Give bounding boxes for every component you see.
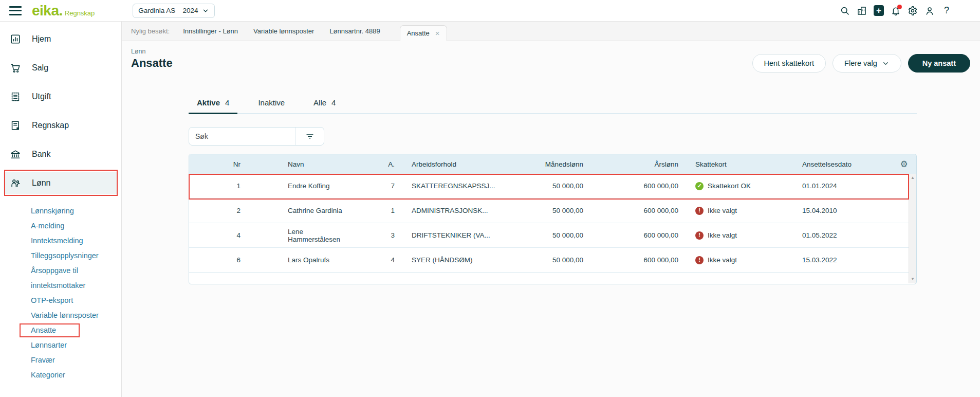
scroll-up-icon[interactable]: ▲ bbox=[911, 176, 915, 180]
cell-arslonn: 600 000,00 bbox=[583, 256, 678, 264]
tab-aktive[interactable]: Aktive 4 bbox=[189, 98, 237, 114]
topbar-icons: + ? bbox=[840, 6, 952, 16]
recent-item-variable-lonnsposter[interactable]: Variable lønnsposter bbox=[253, 27, 314, 35]
skattekort-status-missing-icon: ! bbox=[695, 256, 704, 264]
cell-manedslonn: 50 000,00 bbox=[518, 256, 583, 264]
sidebar-item-salg[interactable]: Salg bbox=[4, 57, 118, 79]
bell-icon[interactable] bbox=[891, 6, 901, 16]
bank-icon bbox=[9, 148, 22, 160]
recent-item-innstillinger-lonn[interactable]: Innstillinger - Lønn bbox=[183, 27, 238, 35]
skattekort-status-label: Ikke valgt bbox=[708, 256, 737, 264]
people-icon bbox=[9, 177, 22, 189]
table-row[interactable]: 1 Endre Koffing 7 SKATTEREGNSKAPSSJ... 5… bbox=[189, 174, 909, 199]
cell-navn: Endre Koffing bbox=[241, 182, 343, 190]
sidebar-item-hjem[interactable]: Hjem bbox=[4, 28, 118, 50]
recent-item-lonnsartnr[interactable]: Lønnsartnr. 4889 bbox=[329, 27, 380, 35]
page-header: Lønn Ansatte Hent skattekort Flere valg … bbox=[122, 41, 980, 73]
sidebar-subitem-arsoppgave[interactable]: Årsoppgave til inntektsmottaker bbox=[0, 263, 121, 293]
help-icon[interactable]: ? bbox=[941, 6, 952, 16]
cell-ansettelsesdato: 15.03.2022 bbox=[789, 256, 892, 264]
tab-label: Aktive bbox=[197, 98, 220, 107]
active-tab-label: Ansatte bbox=[407, 29, 430, 37]
sidebar-subitem-variable-lonnsposter[interactable]: Variable lønnsposter bbox=[0, 308, 121, 323]
tab-alle[interactable]: Alle 4 bbox=[305, 98, 344, 114]
sidebar-subitem-ansatte[interactable]: Ansatte bbox=[0, 323, 121, 338]
brand-suffix: Regnskap bbox=[65, 9, 95, 17]
col-header-arslonn[interactable]: Årslønn bbox=[583, 160, 678, 168]
page-content: Lønn Ansatte Hent skattekort Flere valg … bbox=[122, 41, 980, 397]
table-scrollbar[interactable]: ▲ ▼ bbox=[909, 174, 916, 283]
fiscal-year: 2024 bbox=[182, 7, 198, 14]
col-header-skattekort[interactable]: Skattekort bbox=[678, 160, 789, 168]
col-header-nr[interactable]: Nr bbox=[189, 160, 241, 168]
sidebar-item-label: Bank bbox=[32, 150, 50, 159]
sidebar: Hjem Salg Utgift Regnskap Bank Lønn Lønn… bbox=[0, 22, 122, 397]
tab-count: 4 bbox=[225, 98, 229, 107]
col-header-ansettelsesdato[interactable]: Ansettelsesdato bbox=[789, 160, 892, 168]
gear-icon[interactable] bbox=[908, 6, 918, 16]
company-selector[interactable]: Gardinia AS 2024 bbox=[133, 4, 215, 18]
col-header-arbeidsforhold[interactable]: Arbeidsforhold bbox=[395, 160, 518, 168]
recently-visited-label: Nylig besøkt: bbox=[131, 27, 170, 35]
company-name: Gardinia AS bbox=[138, 7, 175, 14]
sidebar-subnav-lonn: Lønnskjøring A-melding Inntektsmelding T… bbox=[0, 204, 121, 383]
ny-ansatt-button[interactable]: Ny ansatt bbox=[908, 54, 970, 73]
search-icon[interactable] bbox=[840, 6, 850, 16]
hent-skattekort-button[interactable]: Hent skattekort bbox=[752, 54, 826, 73]
user-icon[interactable] bbox=[924, 6, 935, 16]
col-header-manedslonn[interactable]: Månedslønn bbox=[518, 160, 583, 168]
sidebar-item-bank[interactable]: Bank bbox=[4, 143, 118, 166]
cell-nr: 1 bbox=[189, 182, 241, 190]
sidebar-subitem-otp-eksport[interactable]: OTP-eksport bbox=[0, 293, 121, 308]
sidebar-item-label: Lønn bbox=[32, 178, 50, 188]
cell-arbeidsforhold: ADMINISTRASJONSK... bbox=[395, 207, 518, 214]
cell-skattekort: ! Ikke valgt bbox=[678, 207, 789, 215]
search-input[interactable] bbox=[189, 128, 295, 145]
cell-skattekort: ! Ikke valgt bbox=[678, 231, 789, 240]
scroll-down-icon[interactable]: ▼ bbox=[911, 277, 915, 281]
flere-valg-button[interactable]: Flere valg bbox=[833, 54, 901, 73]
sidebar-subitem-tilleggsopplysninger[interactable]: Tilleggsopplysninger bbox=[0, 248, 121, 263]
close-icon[interactable]: × bbox=[435, 29, 440, 37]
col-header-a[interactable]: A. bbox=[343, 160, 395, 168]
cell-manedslonn: 50 000,00 bbox=[518, 207, 583, 214]
cell-arbeidsforhold: SYER (HÅNDSØM) bbox=[395, 256, 518, 264]
cell-a: 4 bbox=[343, 256, 395, 264]
buildings-icon[interactable] bbox=[857, 6, 867, 16]
cell-skattekort: ! Ikke valgt bbox=[678, 256, 789, 264]
skattekort-status-ok-icon: ✓ bbox=[695, 182, 704, 190]
add-icon[interactable]: + bbox=[874, 6, 884, 16]
sidebar-subitem-lonnsarter[interactable]: Lønnsarter bbox=[0, 338, 121, 353]
chevron-down-icon bbox=[202, 7, 209, 14]
sidebar-item-regnskap[interactable]: Regnskap bbox=[4, 114, 118, 137]
filter-button[interactable] bbox=[295, 128, 324, 145]
cell-ansettelsesdato: 01.05.2022 bbox=[789, 231, 892, 239]
col-header-navn[interactable]: Navn bbox=[241, 160, 343, 168]
table-row[interactable]: 2 Cathrine Gardinia 1 ADMINISTRASJONSK..… bbox=[189, 199, 909, 223]
main-area: Nylig besøkt: Innstillinger - Lønn Varia… bbox=[122, 22, 980, 397]
sidebar-subitem-lonnskjoring[interactable]: Lønnskjøring bbox=[0, 204, 121, 219]
sidebar-item-lonn[interactable]: Lønn bbox=[4, 172, 118, 194]
sidebar-subitem-fravaer[interactable]: Fravær bbox=[0, 353, 121, 368]
breadcrumb: Lønn bbox=[131, 48, 173, 56]
tab-inaktive[interactable]: Inaktive bbox=[250, 98, 293, 114]
cell-a: 7 bbox=[343, 182, 395, 190]
skattekort-status-label: Ikke valgt bbox=[708, 231, 737, 239]
tab-label: Alle bbox=[313, 98, 326, 107]
sidebar-item-label: Utgift bbox=[32, 92, 51, 101]
sidebar-subitem-inntektsmelding[interactable]: Inntektsmelding bbox=[0, 233, 121, 248]
active-tab-ansatte[interactable]: Ansatte × bbox=[400, 25, 447, 41]
sidebar-item-utgift[interactable]: Utgift bbox=[4, 85, 118, 108]
skattekort-status-label: Skattekort OK bbox=[708, 182, 751, 190]
sidebar-subitem-kategorier[interactable]: Kategorier bbox=[0, 368, 121, 383]
hamburger-menu-icon[interactable] bbox=[9, 6, 22, 15]
cell-a: 1 bbox=[343, 207, 395, 214]
cell-ansettelsesdato: 01.01.2024 bbox=[789, 182, 892, 190]
cell-nr: 4 bbox=[189, 231, 241, 239]
sidebar-subitem-a-melding[interactable]: A-melding bbox=[0, 219, 121, 233]
cell-a: 3 bbox=[343, 231, 395, 239]
table-row[interactable]: 6 Lars Opalrufs 4 SYER (HÅNDSØM) 50 000,… bbox=[189, 248, 909, 273]
table-settings-gear-icon[interactable]: ⚙ bbox=[892, 159, 916, 170]
cell-manedslonn: 50 000,00 bbox=[518, 231, 583, 239]
table-row[interactable]: 4 Lene Hammerstålesen 3 DRIFTSTEKNIKER (… bbox=[189, 223, 909, 248]
